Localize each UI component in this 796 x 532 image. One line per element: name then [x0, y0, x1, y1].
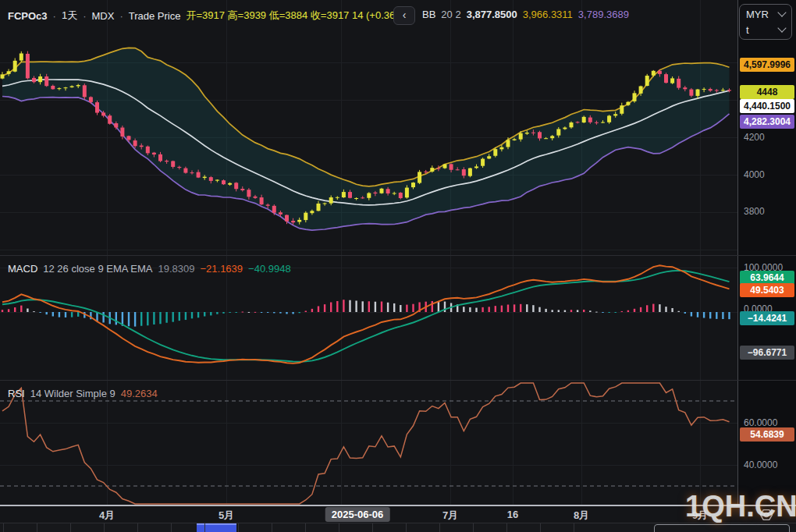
scrollbar-segment-divider	[3, 523, 4, 532]
highlighted-date-label: 2025-06-06	[325, 507, 390, 522]
scrollbar-segment-divider	[272, 523, 272, 532]
axis-value-badge: −96.6771	[740, 346, 794, 360]
time-tick-label: 5月	[219, 509, 234, 523]
pane-divider[interactable]	[0, 255, 796, 256]
axis-tick-label: 3800	[744, 206, 765, 217]
scrollbar-segment-divider	[506, 523, 507, 532]
scrollbar-segment-divider	[406, 523, 407, 532]
scrollbar-segment-divider	[171, 523, 172, 532]
scrollbar-segment-divider	[204, 523, 205, 532]
axis-tick-label: 4000	[744, 169, 765, 180]
scrollbar-segment-divider	[339, 523, 339, 532]
currency-unit-selector: MYR t	[739, 4, 792, 40]
chart-scrollbar[interactable]	[0, 523, 796, 532]
pane-divider[interactable]	[0, 380, 796, 381]
time-tick-label: 4月	[99, 509, 115, 523]
axis-tick-label: 4200	[744, 132, 765, 143]
scrollbar-segment-divider	[372, 523, 373, 532]
axis-value-badge: 4,440.1500	[740, 99, 794, 113]
chevron-down-icon	[777, 8, 786, 16]
scrollbar-segment-divider	[70, 523, 71, 532]
scrollbar-segment-divider	[305, 523, 306, 532]
axis-value-badge: −14.4241	[740, 311, 794, 325]
scrollbar-segment-divider	[574, 523, 574, 532]
currency-dropdown[interactable]: MYR	[746, 9, 785, 20]
chevron-down-icon	[777, 23, 786, 32]
legend-collapse-button[interactable]: ‹	[393, 6, 415, 25]
main-chart-canvas[interactable]	[0, 0, 737, 532]
axis-value-badge: 54.6839	[740, 427, 794, 442]
axis-value-badge: 49.5403	[740, 283, 794, 297]
scrollbar-segment-divider	[473, 523, 474, 532]
scrollbar-segment-divider	[137, 523, 138, 532]
time-tick-label: 9月	[692, 509, 708, 523]
unit-dropdown[interactable]: t	[746, 24, 785, 36]
range-selector-box[interactable]	[654, 524, 790, 532]
scrollbar-segment-divider	[37, 523, 37, 532]
price-axis[interactable]: 420040003800100.00000.000060.000040.0000…	[737, 0, 796, 523]
axis-settings-icon[interactable]	[759, 507, 774, 523]
axis-tick-label: 60.0000	[744, 417, 777, 428]
axis-value-badge: 4,597.9996	[740, 58, 794, 72]
time-tick-label: 8月	[574, 509, 589, 523]
trading-app: FCPOc3 · 1天 · MDX · Trade Price 开=3917 高…	[0, 0, 796, 532]
axis-value-badge: 4448	[740, 85, 794, 99]
scrollbar-segment-divider	[238, 523, 239, 532]
scrollbar-segment-divider	[439, 523, 440, 532]
axis-value-badge: 4,282.3004	[740, 115, 794, 129]
scrollbar-thumb[interactable]	[197, 523, 236, 532]
axis-tick-label: 40.0000	[744, 459, 777, 470]
time-axis[interactable]: 4月5月2025-06-067月168月9月	[0, 506, 796, 523]
time-tick-label: 16	[507, 509, 518, 520]
scrollbar-segment-divider	[540, 523, 541, 532]
scrollbar-segment-divider	[104, 523, 105, 532]
time-tick-label: 7月	[442, 509, 458, 523]
